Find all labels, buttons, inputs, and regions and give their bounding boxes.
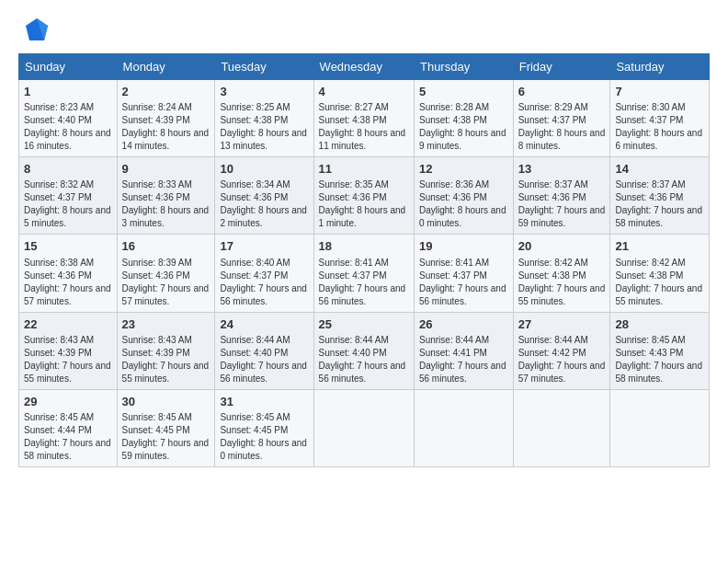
day-number: 11: [319, 161, 409, 178]
calendar-cell: 7Sunrise: 8:30 AMSunset: 4:37 PMDaylight…: [610, 80, 710, 157]
day-info-line: Sunrise: 8:44 AM: [220, 334, 308, 347]
calendar-table: SundayMondayTuesdayWednesdayThursdayFrid…: [18, 53, 710, 467]
day-number: 1: [24, 84, 112, 100]
day-info-line: Daylight: 7 hours and 56 minutes.: [419, 282, 508, 308]
day-info-line: Sunrise: 8:45 AM: [615, 334, 704, 347]
day-info-line: Daylight: 8 hours and 0 minutes.: [419, 204, 508, 230]
day-info-line: Sunrise: 8:43 AM: [122, 334, 210, 347]
day-number: 9: [122, 161, 210, 178]
day-number: 6: [518, 84, 606, 100]
day-info-line: Sunrise: 8:45 AM: [220, 411, 308, 424]
calendar-cell: 14Sunrise: 8:37 AMSunset: 4:36 PMDayligh…: [610, 157, 710, 235]
day-info-line: Sunrise: 8:43 AM: [24, 334, 112, 347]
calendar-cell: 3Sunrise: 8:25 AMSunset: 4:38 PMDaylight…: [215, 80, 313, 157]
day-number: 28: [615, 316, 704, 333]
day-info-line: Daylight: 8 hours and 11 minutes.: [319, 127, 409, 153]
calendar-cell: 19Sunrise: 8:41 AMSunset: 4:37 PMDayligh…: [414, 235, 513, 312]
col-header-tuesday: Tuesday: [215, 54, 313, 80]
day-info-line: Sunset: 4:36 PM: [419, 191, 508, 204]
calendar-cell: 10Sunrise: 8:34 AMSunset: 4:36 PMDayligh…: [215, 157, 313, 235]
day-number: 26: [419, 316, 508, 333]
day-info-line: Sunrise: 8:40 AM: [220, 257, 308, 270]
day-info-line: Sunrise: 8:23 AM: [24, 101, 112, 114]
day-info-line: Sunset: 4:45 PM: [122, 424, 210, 437]
day-info-line: Sunset: 4:38 PM: [615, 270, 704, 282]
calendar-cell: 30Sunrise: 8:45 AMSunset: 4:45 PMDayligh…: [117, 389, 215, 466]
day-info-line: Daylight: 7 hours and 57 minutes.: [24, 282, 112, 308]
day-info-line: Daylight: 8 hours and 3 minutes.: [122, 204, 210, 230]
day-info-line: Sunset: 4:36 PM: [122, 270, 210, 282]
day-info-line: Daylight: 8 hours and 13 minutes.: [220, 127, 308, 153]
col-header-sunday: Sunday: [19, 54, 118, 80]
calendar-cell: 12Sunrise: 8:36 AMSunset: 4:36 PMDayligh…: [414, 157, 513, 235]
day-info-line: Sunset: 4:40 PM: [220, 347, 308, 360]
day-number: 23: [122, 316, 210, 333]
day-number: 30: [122, 394, 210, 410]
day-info-line: Sunset: 4:42 PM: [518, 347, 606, 360]
day-info-line: Sunset: 4:37 PM: [220, 270, 308, 282]
day-info-line: Daylight: 8 hours and 16 minutes.: [24, 127, 112, 153]
day-number: 29: [24, 394, 112, 410]
calendar-cell: 28Sunrise: 8:45 AMSunset: 4:43 PMDayligh…: [610, 312, 710, 389]
day-number: 15: [24, 238, 112, 255]
col-header-monday: Monday: [117, 54, 215, 80]
day-info-line: Sunrise: 8:38 AM: [24, 257, 112, 270]
calendar-cell: 22Sunrise: 8:43 AMSunset: 4:39 PMDayligh…: [19, 312, 118, 389]
day-number: 3: [220, 84, 308, 100]
day-info-line: Daylight: 8 hours and 8 minutes.: [518, 127, 606, 153]
day-number: 5: [419, 84, 508, 100]
calendar-cell: 8Sunrise: 8:32 AMSunset: 4:37 PMDaylight…: [19, 157, 118, 235]
calendar-cell: [313, 389, 414, 466]
day-number: 4: [319, 84, 409, 100]
day-info-line: Daylight: 7 hours and 55 minutes.: [518, 282, 606, 308]
calendar-cell: 6Sunrise: 8:29 AMSunset: 4:37 PMDaylight…: [513, 80, 610, 157]
day-info-line: Daylight: 7 hours and 58 minutes.: [615, 204, 704, 230]
day-info-line: Daylight: 8 hours and 9 minutes.: [419, 127, 508, 153]
day-info-line: Sunrise: 8:33 AM: [122, 178, 210, 191]
day-info-line: Sunset: 4:36 PM: [518, 191, 606, 204]
day-info-line: Sunset: 4:40 PM: [319, 347, 409, 360]
week-row-1: 1Sunrise: 8:23 AMSunset: 4:40 PMDaylight…: [19, 80, 710, 157]
calendar-cell: 23Sunrise: 8:43 AMSunset: 4:39 PMDayligh…: [117, 312, 215, 389]
day-info-line: Sunrise: 8:28 AM: [419, 101, 508, 114]
calendar-cell: 20Sunrise: 8:42 AMSunset: 4:38 PMDayligh…: [513, 235, 610, 312]
day-info-line: Sunrise: 8:44 AM: [319, 334, 409, 347]
day-info-line: Sunset: 4:38 PM: [518, 270, 606, 282]
calendar-cell: 18Sunrise: 8:41 AMSunset: 4:37 PMDayligh…: [313, 235, 414, 312]
col-header-friday: Friday: [513, 54, 610, 80]
day-info-line: Sunset: 4:37 PM: [24, 191, 112, 204]
calendar-cell: 24Sunrise: 8:44 AMSunset: 4:40 PMDayligh…: [215, 312, 313, 389]
logo-icon: [22, 15, 51, 44]
day-number: 2: [122, 84, 210, 100]
day-info-line: Sunrise: 8:44 AM: [518, 334, 606, 347]
day-info-line: Daylight: 7 hours and 56 minutes.: [220, 282, 308, 308]
day-number: 24: [220, 316, 308, 333]
day-info-line: Sunrise: 8:30 AM: [615, 101, 704, 114]
day-info-line: Sunset: 4:36 PM: [24, 270, 112, 282]
calendar-cell: [414, 389, 513, 466]
calendar-cell: 17Sunrise: 8:40 AMSunset: 4:37 PMDayligh…: [215, 235, 313, 312]
col-header-wednesday: Wednesday: [313, 54, 414, 80]
day-info-line: Sunset: 4:37 PM: [615, 114, 704, 127]
day-info-line: Sunset: 4:40 PM: [24, 114, 112, 127]
calendar-cell: 25Sunrise: 8:44 AMSunset: 4:40 PMDayligh…: [313, 312, 414, 389]
day-info-line: Daylight: 7 hours and 56 minutes.: [220, 360, 308, 385]
day-info-line: Daylight: 7 hours and 58 minutes.: [24, 437, 112, 463]
logo: [18, 15, 51, 44]
day-number: 14: [615, 161, 704, 178]
day-number: 8: [24, 161, 112, 178]
page-container: SundayMondayTuesdayWednesdayThursdayFrid…: [0, 0, 728, 477]
day-number: 22: [24, 316, 112, 333]
day-number: 31: [220, 394, 308, 410]
day-number: 20: [518, 238, 606, 255]
day-info-line: Sunset: 4:43 PM: [615, 347, 704, 360]
day-info-line: Daylight: 7 hours and 56 minutes.: [419, 360, 508, 385]
calendar-cell: 9Sunrise: 8:33 AMSunset: 4:36 PMDaylight…: [117, 157, 215, 235]
day-number: 27: [518, 316, 606, 333]
day-info-line: Sunset: 4:44 PM: [24, 424, 112, 437]
day-info-line: Daylight: 7 hours and 57 minutes.: [122, 282, 210, 308]
day-info-line: Daylight: 7 hours and 57 minutes.: [518, 360, 606, 385]
day-info-line: Sunset: 4:37 PM: [319, 270, 409, 282]
day-info-line: Daylight: 7 hours and 56 minutes.: [319, 282, 409, 308]
calendar-cell: [610, 389, 710, 466]
